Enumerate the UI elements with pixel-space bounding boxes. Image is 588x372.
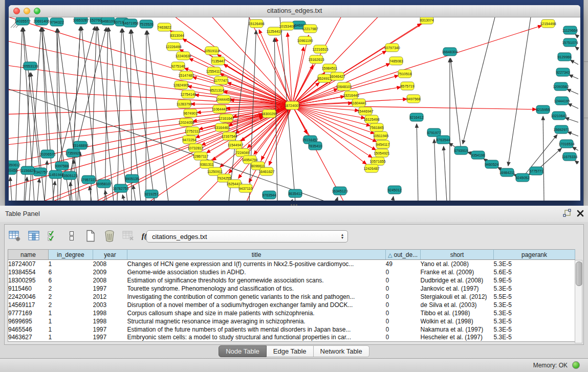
network-node[interactable]: 9763544 [263, 191, 276, 200]
cell-short[interactable]: Yano et al. (2008) [421, 260, 494, 268]
new-file-icon[interactable] [83, 229, 98, 243]
cell-in_degree[interactable]: 2 [49, 293, 93, 301]
network-node[interactable]: 7515526 [140, 20, 154, 29]
tab-network-table[interactable]: Network Table [314, 345, 369, 357]
table-selector-dropdown[interactable]: citations_edges.txt ▴▾ [146, 230, 348, 243]
network-node[interactable]: 15162615 [310, 55, 323, 64]
cell-name[interactable]: 9115460 [8, 285, 49, 293]
cell-title[interactable]: Estimation of significance thresholds fo… [127, 276, 386, 285]
delete-table-icon[interactable] [121, 229, 136, 243]
cell-pagerank[interactable]: 5.3E-5 [494, 301, 575, 309]
cell-name[interactable]: 9465546 [8, 325, 49, 334]
network-node[interactable]: 8521314 [210, 86, 224, 95]
network-node[interactable]: 5905135 [125, 174, 139, 183]
network-node[interactable]: 11283790 [178, 100, 191, 108]
cell-year[interactable]: 2008 [93, 276, 127, 285]
cell-year[interactable]: 1997 [93, 285, 127, 293]
cell-title[interactable]: Tourette syndrome. Phenomenology and cla… [127, 285, 386, 293]
network-node[interactable]: 12154498 [541, 19, 555, 28]
cell-out_degree[interactable]: 49 [386, 260, 421, 268]
network-node[interactable]: 10511945 [374, 132, 388, 140]
network-node[interactable]: 15751074 [563, 38, 577, 47]
network-node[interactable]: 17957223 [82, 176, 96, 184]
cell-name[interactable]: 9463627 [8, 334, 49, 342]
cell-name[interactable]: 14569117 [8, 301, 49, 309]
cell-short[interactable]: Wolkin et al. (1998) [421, 317, 494, 325]
network-node[interactable]: 12824905 [175, 81, 188, 90]
cell-pagerank[interactable]: 5.5E-5 [494, 293, 575, 301]
cell-out_degree[interactable]: 0 [386, 301, 421, 309]
cell-year[interactable]: 2003 [93, 301, 127, 309]
cell-out_degree[interactable]: 0 [386, 293, 421, 301]
cell-in_degree[interactable]: 1 [49, 334, 93, 342]
network-node[interactable]: 20553139 [24, 62, 37, 71]
network-node[interactable]: 11604441 [352, 99, 366, 107]
cell-year[interactable]: 1998 [93, 309, 127, 317]
network-node[interactable]: 13505123 [63, 171, 77, 180]
network-node[interactable]: 12167544 [223, 132, 236, 141]
network-node[interactable]: 7835410 [309, 142, 322, 150]
network-node[interactable]: 12217987 [303, 25, 317, 33]
network-node[interactable]: 10444451 [217, 95, 231, 104]
cell-out_degree[interactable]: 0 [386, 334, 421, 342]
network-node[interactable]: 17016534 [560, 140, 574, 148]
cell-in_degree[interactable]: 6 [49, 276, 93, 285]
cell-short[interactable]: de Silva et al. (2003) [421, 301, 494, 309]
tab-edge-table[interactable]: Edge Table [267, 345, 314, 357]
cell-in_degree[interactable]: 1 [49, 260, 93, 268]
network-node[interactable]: 14035572 [16, 17, 30, 26]
cell-in_degree[interactable]: 1 [49, 317, 93, 325]
network-node[interactable]: 9454117 [376, 140, 390, 149]
table-row[interactable]: 1456911722003Disruption of a novel membe… [8, 301, 575, 309]
column-header-in_degree[interactable]: in_degree [49, 250, 93, 260]
network-node[interactable]: 10653287 [74, 17, 88, 25]
show-columns-icon[interactable] [27, 229, 41, 243]
cell-title[interactable]: Genome-wide association studies in ADHD. [127, 268, 386, 276]
window-titlebar[interactable]: citations_edges.txt [9, 5, 580, 17]
table-row[interactable]: 2242004622012Investigating the contribut… [8, 293, 575, 301]
network-node[interactable]: 9674901 [184, 109, 198, 118]
network-node[interactable]: 20691406 [35, 17, 49, 26]
cell-short[interactable]: Hescheler et al. (1997) [421, 334, 494, 342]
cell-title[interactable]: Investigating the contribution of common… [127, 293, 386, 301]
cell-out_degree[interactable]: 0 [386, 268, 421, 276]
network-node[interactable]: 9794322 [50, 18, 64, 27]
column-header-short[interactable]: short [421, 250, 494, 260]
network-node[interactable]: 11129664 [563, 26, 577, 35]
network-node[interactable]: 16461627 [260, 167, 274, 176]
table-row[interactable]: 946362711997Embryonic stem cells: a mode… [8, 334, 575, 342]
network-node[interactable]: 9472254 [183, 136, 197, 144]
network-node[interactable]: 12752112 [186, 127, 200, 136]
network-node[interactable]: 10732812 [189, 144, 203, 152]
cell-out_degree[interactable]: 0 [386, 276, 421, 285]
network-node[interactable]: 10648101 [337, 82, 351, 91]
cell-title[interactable]: Changes of HCN gene expression and I(f) … [127, 260, 386, 268]
network-node[interactable]: 13164461 [215, 123, 229, 132]
network-node[interactable]: 9354198 [471, 151, 485, 160]
memory-indicator-icon[interactable] [572, 361, 580, 369]
table-row[interactable]: 1872400712008Changes of HCN gene express… [8, 260, 575, 268]
network-node[interactable]: 16648304 [443, 48, 457, 56]
network-node[interactable]: 20206576 [41, 150, 55, 159]
vertical-scrollbar[interactable] [575, 260, 582, 343]
cell-pagerank[interactable]: 5.3E-5 [494, 285, 575, 293]
network-node[interactable]: 10210643 [552, 112, 566, 120]
cell-title[interactable]: Structural magnetic resonance image aver… [127, 317, 386, 325]
cell-pagerank[interactable]: 5.6E-5 [494, 268, 575, 276]
network-node[interactable]: 10961190 [298, 36, 312, 45]
cell-short[interactable]: Stergiakouli et al. (2012) [421, 293, 494, 301]
network-node[interactable]: 9245012 [388, 186, 402, 194]
network-node[interactable]: 11451944 [49, 170, 63, 179]
network-node[interactable]: 12216515 [314, 45, 328, 54]
network-node[interactable]: 15446947 [359, 107, 373, 116]
cell-title[interactable]: Estimation of the future numbers of pati… [127, 325, 386, 334]
row-options-icon[interactable] [64, 229, 79, 243]
network-node[interactable]: 18724007 [286, 101, 299, 110]
table-row[interactable]: 1938455462009Genome-wide association stu… [8, 268, 575, 276]
network-node[interactable]: 9460524 [485, 160, 499, 169]
network-node[interactable]: 8313074 [420, 17, 434, 25]
select-columns-icon[interactable] [46, 229, 60, 243]
table-row[interactable]: 1830029562008Estimation of significance … [8, 276, 575, 285]
network-node[interactable]: 17359928 [67, 149, 80, 158]
network-node[interactable]: 6775771 [530, 167, 543, 176]
